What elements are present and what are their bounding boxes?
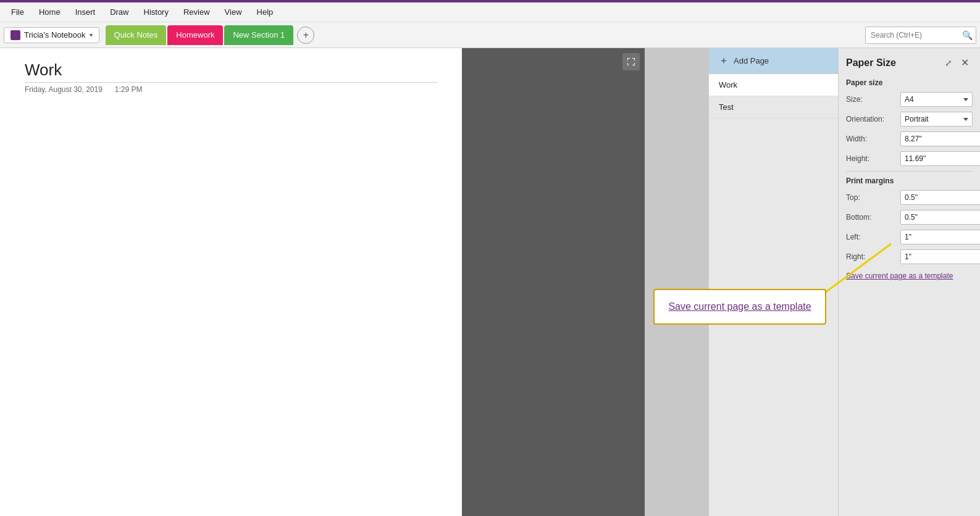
top-label: Top: [846,193,895,202]
page-date: Friday, August 30, 2019 [25,85,103,94]
height-label: Height: [846,154,895,163]
page-title[interactable]: Work [25,60,437,83]
menu-insert[interactable]: Insert [69,5,102,19]
right-input[interactable] [900,249,980,264]
fullscreen-button[interactable] [622,53,640,70]
add-page-label: Add Page [734,56,769,65]
notebook-name: Tricia's Notebook [24,30,86,40]
height-input[interactable] [900,151,980,166]
menu-view[interactable]: View [219,5,248,19]
print-margins-label: Print margins [846,177,973,185]
tab-homework[interactable]: Homework [167,25,223,45]
height-row: Height: [846,151,973,166]
bottom-input[interactable] [900,210,980,225]
search-input[interactable] [865,27,976,44]
bottom-label: Bottom: [846,213,895,222]
width-row: Width: [846,131,973,146]
orientation-row: Orientation: Portrait Landscape [846,112,973,127]
paper-size-title: Paper Size [846,57,896,69]
tab-quick-notes[interactable]: Quick Notes [106,25,167,45]
left-row: Left: [846,230,973,244]
size-select[interactable]: A4 Letter A3 Legal [900,92,973,107]
top-row: Top: [846,190,973,205]
search-box: 🔍 [865,27,976,44]
divider [846,171,973,172]
orientation-label: Orientation: [846,115,895,123]
tab-new-section-1[interactable]: New Section 1 [224,25,293,45]
panel-close-button[interactable]: ✕ [957,56,973,70]
panel-expand-button[interactable]: ⤢ [941,56,956,70]
menu-draw[interactable]: Draw [104,5,135,19]
chevron-down-icon: ▾ [90,31,93,38]
menu-history[interactable]: History [138,5,175,19]
left-input[interactable] [900,230,980,244]
callout-text: Save current page as a template [668,301,811,312]
save-template-callout[interactable]: Save current page as a template [653,289,826,325]
paper-size-panel: Paper Size ⤢ ✕ Paper size Size: A4 Lette… [838,48,980,516]
page-item-work[interactable]: Work [709,74,838,96]
note-area: Work Friday, August 30, 2019 1:29 PM [0,48,708,516]
menu-file[interactable]: File [5,5,30,19]
size-label: Size: [846,95,895,104]
add-section-button[interactable]: + [297,27,314,44]
notebook-icon [10,30,20,40]
width-label: Width: [846,135,895,143]
page-date-time: Friday, August 30, 2019 1:29 PM [25,85,437,94]
bottom-row: Bottom: [846,210,973,225]
main-layout: Work Friday, August 30, 2019 1:29 PM ＋ A… [0,48,980,516]
page-item-test[interactable]: Test [709,96,838,119]
page-canvas[interactable]: Work Friday, August 30, 2019 1:29 PM [0,48,462,516]
orientation-select[interactable]: Portrait Landscape [900,112,973,127]
dark-area [462,48,645,516]
plus-icon: ＋ [719,54,729,67]
pages-panel: ＋ Add Page Work Test [708,48,838,516]
paper-size-header: Paper Size ⤢ ✕ [846,56,973,70]
page-time: 1:29 PM [115,85,143,94]
menu-review[interactable]: Review [177,5,216,19]
tab-bar: Tricia's Notebook ▾ Quick Notes Homework… [0,22,980,48]
menu-home[interactable]: Home [33,5,67,19]
menu-help[interactable]: Help [251,5,280,19]
width-input[interactable] [900,131,980,146]
right-label: Right: [846,252,895,261]
left-label: Left: [846,233,895,241]
add-page-button[interactable]: ＋ Add Page [709,48,838,74]
save-template-link[interactable]: Save current page as a template [846,272,973,280]
notebook-selector[interactable]: Tricia's Notebook ▾ [4,27,99,43]
paper-size-section-label: Paper size [846,78,973,87]
right-row: Right: [846,249,973,264]
size-row: Size: A4 Letter A3 Legal [846,92,973,107]
search-icon: 🔍 [962,30,973,40]
top-input[interactable] [900,190,980,205]
menu-bar: File Home Insert Draw History Review Vie… [0,2,980,22]
